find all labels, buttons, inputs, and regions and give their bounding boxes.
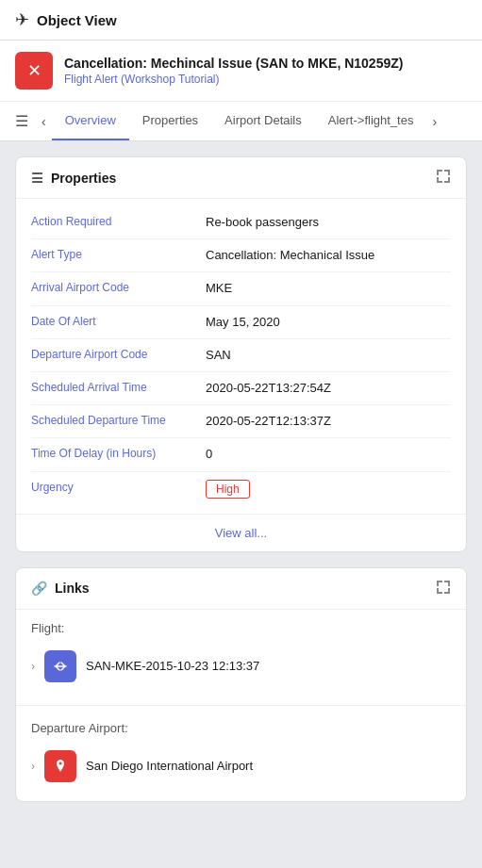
links-divider (16, 705, 466, 706)
properties-card-title: Properties (51, 171, 116, 186)
prop-value-scheduled-departure: 2020-05-22T12:13:37Z (206, 413, 331, 430)
prop-label-departure-airport: Departure Airport Code (31, 347, 206, 363)
links-expand-icon[interactable] (436, 580, 451, 598)
departure-link-item[interactable]: › San Diego International Airport (31, 743, 451, 790)
departure-chevron-icon: › (31, 760, 35, 773)
prop-row-delay: Time Of Delay (in Hours) 0 (31, 438, 451, 471)
prop-label-arrival-airport: Arrival Airport Code (31, 280, 206, 296)
prop-value-alert-type: Cancellation: Mechanical Issue (206, 247, 374, 264)
links-card-title-group: 🔗 Links (31, 581, 90, 596)
prop-value-delay: 0 (206, 446, 212, 463)
prop-row-arrival-airport: Arrival Airport Code MKE (31, 272, 451, 305)
departure-link-icon (44, 750, 76, 782)
alert-icon: ✕ (15, 52, 53, 90)
prop-row-date-alert: Date Of Alert May 15, 2020 (31, 306, 451, 339)
list-icon: ☰ (31, 171, 43, 186)
prop-row-departure-airport: Departure Airport Code SAN (31, 339, 451, 372)
view-all-row[interactable]: View all... (16, 514, 466, 551)
properties-card-title-group: ☰ Properties (31, 171, 116, 186)
prop-label-alert-type: Alert Type (31, 247, 206, 263)
prop-row-action-required: Action Required Re-book passengers (31, 206, 451, 239)
properties-table: Action Required Re-book passengers Alert… (16, 199, 466, 514)
prop-label-scheduled-departure: Scheduled Departure Time (31, 413, 206, 429)
flight-chevron-icon: › (31, 660, 35, 673)
prop-row-scheduled-arrival: Scheduled Arrival Time 2020-05-22T13:27:… (31, 372, 451, 405)
departure-section-label: Departure Airport: (31, 721, 451, 735)
prop-value-arrival-airport: MKE (206, 280, 232, 297)
nav-forward-arrow[interactable]: › (426, 105, 442, 139)
app-title: Object View (37, 12, 117, 28)
view-all-link[interactable]: View all... (215, 526, 267, 540)
main-content: ☰ Properties Action Required Re-book pas… (0, 141, 482, 817)
alert-title: Cancellation: Mechincal Issue (SAN to MK… (64, 56, 403, 71)
nav-back-arrow[interactable]: ‹ (36, 105, 52, 139)
prop-label-date-alert: Date Of Alert (31, 314, 206, 330)
top-bar: ✈ Object View (0, 0, 482, 41)
plane-icon: ✈ (15, 9, 29, 30)
hamburger-icon[interactable]: ☰ (8, 103, 36, 139)
links-card: 🔗 Links Flight: › SAN-MKE-2015-10-23 12:… (15, 567, 467, 802)
links-section-departure: Departure Airport: › San Diego Internati… (16, 710, 466, 801)
links-section-flight: Flight: › SAN-MKE-2015-10-23 12:13:37 (16, 610, 466, 701)
links-card-title: Links (55, 581, 90, 596)
flight-link-icon (44, 650, 76, 682)
prop-row-urgency: Urgency High (31, 472, 451, 506)
tab-overview[interactable]: Overview (52, 102, 129, 140)
prop-label-action-required: Action Required (31, 214, 206, 230)
alert-info: Cancellation: Mechincal Issue (SAN to MK… (64, 56, 403, 86)
tab-airport-details[interactable]: Airport Details (211, 102, 315, 140)
tab-alert-flight[interactable]: Alert->flight_tes (315, 102, 427, 140)
nav-tabs: ☰ ‹ Overview Properties Airport Details … (0, 102, 482, 141)
properties-card: ☰ Properties Action Required Re-book pas… (15, 156, 467, 552)
departure-link-label: San Diego International Airport (86, 759, 253, 773)
link-icon: 🔗 (31, 581, 47, 596)
expand-icon[interactable] (436, 169, 451, 187)
prop-row-scheduled-departure: Scheduled Departure Time 2020-05-22T12:1… (31, 405, 451, 438)
prop-value-date-alert: May 15, 2020 (206, 314, 280, 331)
alert-header: ✕ Cancellation: Mechincal Issue (SAN to … (0, 41, 482, 102)
prop-label-scheduled-arrival: Scheduled Arrival Time (31, 380, 206, 396)
flight-link-item[interactable]: › SAN-MKE-2015-10-23 12:13:37 (31, 643, 451, 690)
prop-value-departure-airport: SAN (206, 347, 231, 364)
prop-label-urgency: Urgency (31, 480, 206, 496)
prop-label-delay: Time Of Delay (in Hours) (31, 446, 206, 462)
prop-value-scheduled-arrival: 2020-05-22T13:27:54Z (206, 380, 331, 397)
prop-row-alert-type: Alert Type Cancellation: Mechanical Issu… (31, 239, 451, 272)
properties-card-header: ☰ Properties (16, 157, 466, 199)
flight-section-label: Flight: (31, 621, 451, 635)
links-card-header: 🔗 Links (16, 568, 466, 610)
prop-value-action-required: Re-book passengers (206, 214, 319, 231)
urgency-badge: High (206, 480, 250, 499)
alert-subtitle: Flight Alert (Workshop Tutorial) (64, 73, 403, 86)
tab-properties[interactable]: Properties (129, 102, 211, 140)
flight-link-label: SAN-MKE-2015-10-23 12:13:37 (86, 659, 259, 673)
